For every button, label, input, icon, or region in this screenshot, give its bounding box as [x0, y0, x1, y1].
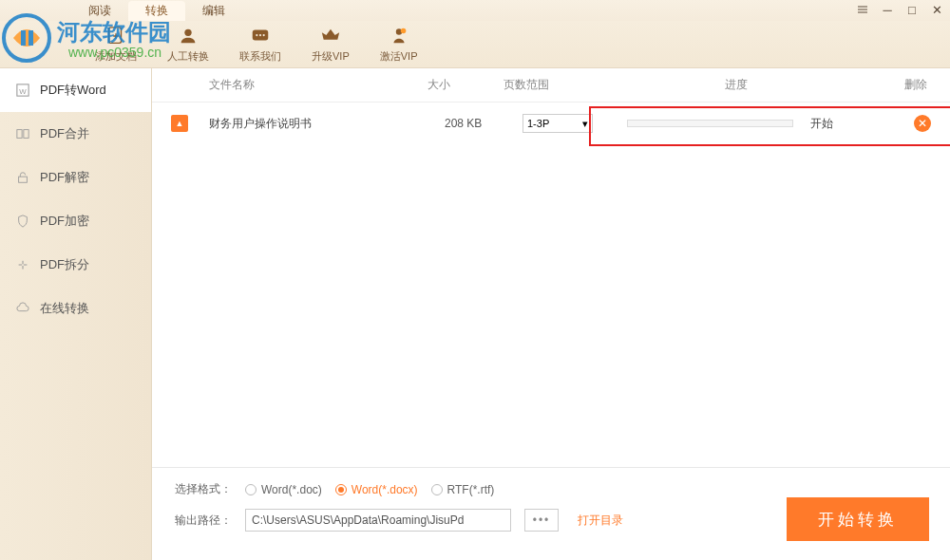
tab-read[interactable]: 阅读 [71, 1, 128, 21]
toolbar-label: 联系我们 [239, 49, 281, 64]
toolbar: 添加文档 人工转换 联系我们 升级VIP 激活VIP [0, 21, 950, 68]
svg-rect-17 [19, 177, 28, 182]
col-header-size: 大小 [428, 77, 504, 93]
toolbar-activate-vip[interactable]: 激活VIP [380, 25, 418, 64]
manual-icon [177, 25, 200, 47]
output-path-input[interactable] [245, 509, 511, 532]
table-header: 文件名称 大小 页数范围 进度 删除 [152, 68, 950, 103]
svg-point-8 [256, 34, 257, 36]
toolbar-label: 添加文档 [95, 49, 137, 64]
file-name: 财务用户操作说明书 [209, 116, 445, 132]
sidebar-item-label: PDF转Word [40, 82, 106, 99]
col-header-name: 文件名称 [171, 77, 428, 93]
sidebar-item-label: PDF解密 [40, 169, 89, 186]
lock-icon [15, 214, 30, 229]
toolbar-contact[interactable]: 联系我们 [239, 25, 281, 64]
add-doc-icon [104, 25, 127, 47]
format-rtf[interactable]: RTF(*.rtf) [431, 483, 495, 496]
merge-icon [15, 126, 30, 141]
sidebar-item-decrypt[interactable]: PDF解密 [0, 156, 151, 199]
top-tabs: 阅读 转换 编辑 [0, 0, 950, 21]
svg-point-12 [400, 28, 406, 34]
sidebar-item-merge[interactable]: PDF合并 [0, 112, 151, 156]
sidebar-item-encrypt[interactable]: PDF加密 [0, 199, 151, 243]
open-dir-link[interactable]: 打开目录 [578, 513, 623, 529]
col-header-range: 页数范围 [504, 77, 636, 93]
svg-point-10 [263, 34, 265, 36]
pdf-file-icon: ▲ [171, 115, 188, 132]
toolbar-label: 升级VIP [312, 49, 350, 64]
col-header-progress: 进度 [636, 77, 836, 93]
range-value: 1-3P [527, 118, 549, 129]
sidebar-item-split[interactable]: PDF拆分 [0, 243, 151, 287]
path-label: 输出路径： [175, 513, 232, 529]
table-body: ▲ 财务用户操作说明书 208 KB 1-3P ▾ 开始 ✕ [152, 103, 950, 467]
sidebar: W PDF转Word PDF合并 PDF解密 PDF加密 PDF拆分 在线转换 [0, 68, 152, 560]
radio-label: Word(*.docx) [352, 483, 418, 496]
svg-rect-15 [17, 130, 22, 139]
sidebar-item-label: PDF加密 [40, 213, 89, 230]
tab-edit[interactable]: 编辑 [185, 1, 242, 21]
toolbar-upgrade-vip[interactable]: 升级VIP [312, 25, 350, 64]
contact-icon [249, 25, 272, 47]
sidebar-item-pdf2word[interactable]: W PDF转Word [0, 68, 151, 112]
page-range-select[interactable]: 1-3P ▾ [522, 114, 593, 133]
format-label: 选择格式： [175, 481, 232, 497]
svg-rect-5 [109, 28, 122, 44]
sidebar-item-label: PDF合并 [40, 125, 89, 142]
radio-icon [431, 484, 443, 495]
svg-text:W: W [19, 87, 27, 96]
radio-label: RTF(*.rtf) [447, 483, 495, 496]
unlock-icon [15, 170, 30, 185]
toolbar-label: 激活VIP [380, 49, 418, 64]
delete-button[interactable]: ✕ [914, 115, 931, 132]
table-row: ▲ 财务用户操作说明书 208 KB 1-3P ▾ 开始 ✕ [152, 103, 950, 144]
browse-button[interactable]: ••• [524, 509, 559, 532]
format-docx[interactable]: Word(*.docx) [335, 483, 418, 496]
split-icon [15, 257, 30, 272]
radio-icon [335, 484, 347, 495]
format-doc[interactable]: Word(*.doc) [245, 483, 322, 496]
footer: 选择格式： Word(*.doc) Word(*.docx) RTF(*.rtf… [152, 467, 950, 560]
file-size: 208 KB [445, 117, 522, 130]
window-controls: ─ □ ✕ [855, 2, 944, 17]
menu-icon[interactable] [855, 2, 870, 17]
convert-button[interactable]: 开始转换 [787, 497, 929, 541]
toolbar-manual[interactable]: 人工转换 [167, 25, 209, 64]
word-icon: W [15, 83, 30, 98]
svg-point-6 [184, 29, 191, 36]
activate-icon [388, 25, 410, 47]
sidebar-item-label: PDF拆分 [40, 256, 89, 273]
toolbar-add-doc[interactable]: 添加文档 [95, 25, 137, 64]
cloud-icon [15, 301, 30, 316]
chevron-down-icon: ▾ [582, 118, 588, 130]
crown-icon [319, 25, 342, 47]
start-action[interactable]: 开始 [810, 116, 833, 132]
radio-icon [245, 484, 256, 495]
tab-convert[interactable]: 转换 [128, 1, 185, 21]
col-header-delete: 删除 [836, 77, 931, 93]
radio-label: Word(*.doc) [261, 483, 322, 496]
sidebar-item-online[interactable]: 在线转换 [0, 287, 151, 330]
svg-point-9 [259, 34, 261, 36]
toolbar-label: 人工转换 [167, 49, 209, 64]
progress-bar [627, 120, 793, 127]
sidebar-item-label: 在线转换 [40, 300, 89, 317]
content-area: 文件名称 大小 页数范围 进度 删除 ▲ 财务用户操作说明书 208 KB 1-… [152, 68, 950, 560]
svg-rect-16 [24, 130, 28, 139]
minimize-icon[interactable]: ─ [880, 2, 895, 17]
maximize-icon[interactable]: □ [904, 2, 920, 17]
close-icon[interactable]: ✕ [929, 2, 944, 17]
